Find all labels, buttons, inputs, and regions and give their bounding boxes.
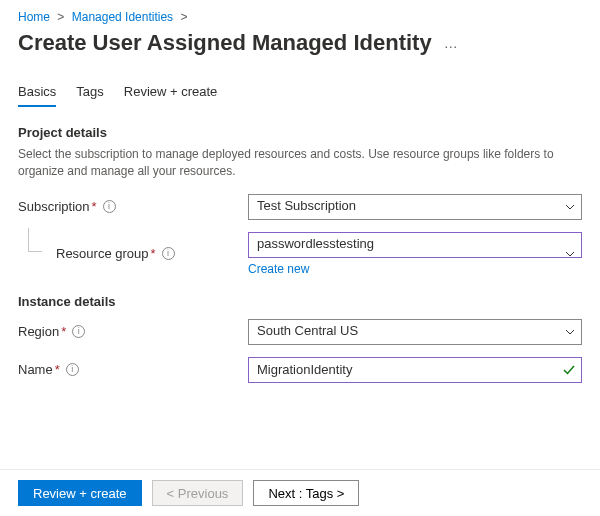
info-icon[interactable]: i	[72, 325, 85, 338]
subscription-row: Subscription * i Test Subscription	[18, 194, 582, 220]
info-icon[interactable]: i	[103, 200, 116, 213]
create-new-link[interactable]: Create new	[248, 262, 309, 276]
resource-group-row: Resource group * i passwordlesstesting C…	[18, 232, 582, 276]
breadcrumb: Home > Managed Identities >	[18, 10, 582, 24]
project-details-heading: Project details	[18, 125, 582, 140]
tab-basics[interactable]: Basics	[18, 84, 56, 107]
footer: Review + create < Previous Next : Tags >	[0, 469, 600, 516]
chevron-right-icon: >	[180, 10, 187, 24]
required-indicator: *	[55, 362, 60, 377]
next-button[interactable]: Next : Tags >	[253, 480, 359, 506]
required-indicator: *	[151, 246, 156, 261]
name-row: Name * i	[18, 357, 582, 383]
tab-review[interactable]: Review + create	[124, 84, 218, 107]
chevron-right-icon: >	[57, 10, 64, 24]
name-input[interactable]	[248, 357, 582, 383]
tree-connector	[28, 228, 42, 252]
tabs: Basics Tags Review + create	[18, 84, 582, 107]
previous-button: < Previous	[152, 480, 244, 506]
breadcrumb-managed-identities[interactable]: Managed Identities	[72, 10, 173, 24]
region-label: Region	[18, 324, 59, 339]
review-create-button[interactable]: Review + create	[18, 480, 142, 506]
info-icon[interactable]: i	[162, 247, 175, 260]
resource-group-label: Resource group	[56, 246, 149, 261]
tab-tags[interactable]: Tags	[76, 84, 103, 107]
name-label: Name	[18, 362, 53, 377]
page-title: Create User Assigned Managed Identity …	[18, 30, 582, 56]
region-select[interactable]: South Central US	[248, 319, 582, 345]
required-indicator: *	[61, 324, 66, 339]
subscription-select[interactable]: Test Subscription	[248, 194, 582, 220]
required-indicator: *	[92, 199, 97, 214]
project-details-desc: Select the subscription to manage deploy…	[18, 146, 558, 180]
more-icon[interactable]: …	[444, 35, 459, 51]
breadcrumb-home[interactable]: Home	[18, 10, 50, 24]
region-row: Region * i South Central US	[18, 319, 582, 345]
resource-group-select[interactable]: passwordlesstesting	[248, 232, 582, 258]
instance-details-heading: Instance details	[18, 294, 582, 309]
subscription-label: Subscription	[18, 199, 90, 214]
info-icon[interactable]: i	[66, 363, 79, 376]
page-title-text: Create User Assigned Managed Identity	[18, 30, 432, 56]
